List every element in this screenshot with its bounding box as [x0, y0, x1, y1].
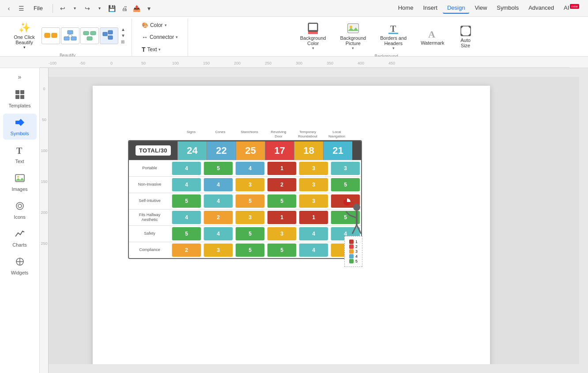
- header-score-roundabout: 18: [294, 141, 323, 160]
- redo-button[interactable]: ↪: [83, 4, 92, 13]
- svg-rect-39: [15, 90, 19, 94]
- beautify-style-2[interactable]: [61, 27, 79, 44]
- svg-text:A: A: [428, 29, 435, 40]
- svg-rect-10: [103, 32, 107, 36]
- watermark-icon: A: [426, 27, 439, 40]
- svg-point-49: [18, 204, 22, 208]
- cell-hallway-cones: 2: [204, 211, 233, 224]
- format-items: 🎨 Color ▾ ↔ Connector ▾ T Text ▾: [139, 20, 181, 54]
- color-button[interactable]: 🎨 Color ▾: [139, 21, 181, 30]
- bg-picture-icon: [347, 22, 360, 35]
- header-score-signs: 24: [177, 141, 207, 160]
- cell-compliance-signs: 2: [172, 244, 201, 257]
- sidebar-item-text[interactable]: T Text: [3, 141, 37, 167]
- beautify-style-3[interactable]: [80, 27, 99, 44]
- svg-text:300: 300: [296, 61, 302, 65]
- beautify-style-1[interactable]: [41, 27, 60, 44]
- more-button[interactable]: ▾: [145, 4, 154, 13]
- save-button[interactable]: 💾: [108, 4, 117, 13]
- cell-noninvasive-signs: 4: [172, 178, 201, 191]
- beautify-icon: ✨: [19, 22, 30, 34]
- expand-button[interactable]: ⊞: [121, 39, 125, 45]
- nav-symbols[interactable]: Symbols: [492, 3, 523, 14]
- export-button[interactable]: 📤: [132, 4, 141, 13]
- color-dropdown-arrow: ▾: [165, 23, 167, 27]
- legend-item-2: 2: [349, 244, 358, 249]
- expand-sidebar-button[interactable]: »: [16, 72, 23, 82]
- redo-dropdown[interactable]: ▾: [95, 4, 104, 13]
- svg-text:400: 400: [358, 61, 364, 65]
- nav-view[interactable]: View: [470, 3, 491, 14]
- autosize-button[interactable]: Auto Size: [455, 23, 476, 50]
- undo-button[interactable]: ↩: [58, 4, 67, 13]
- style3-icon: [83, 30, 97, 42]
- beautify-styles-row1: [41, 27, 118, 44]
- sidebar-item-icons[interactable]: Icons: [3, 197, 37, 223]
- col-header-cones: Cones: [206, 130, 235, 138]
- column-headers: Signs Cones Stanchions RevolvingDoor Tem…: [177, 130, 362, 138]
- text-format-button[interactable]: T Text ▾: [139, 45, 181, 54]
- bg-picture-button[interactable]: Background Picture ▾: [336, 20, 369, 52]
- beautify-style-4[interactable]: [100, 27, 118, 44]
- nav-advanced[interactable]: Advanced: [524, 3, 558, 14]
- legend-label-3: 3: [355, 249, 358, 254]
- row-label-compliance: Compliance: [129, 246, 170, 255]
- one-click-beautify-button[interactable]: ✨ One Click Beautify ▾: [9, 20, 40, 51]
- menu-icon[interactable]: ☰: [17, 4, 26, 13]
- text-format-icon: T: [142, 46, 146, 53]
- sidebar-item-widgets[interactable]: Widgets: [3, 253, 37, 279]
- nav-ai[interactable]: AInew: [559, 3, 584, 14]
- canvas-area[interactable]: 0 50 100 150 200 250 Signs Cones Stanchi…: [40, 68, 588, 373]
- row-label-portable: Portable: [129, 164, 170, 173]
- autosize-icon: [459, 24, 472, 38]
- bg-color-button[interactable]: Background Color ▾: [297, 20, 330, 52]
- one-click-dropdown[interactable]: ▾: [23, 45, 26, 49]
- cell-safety-stanchions: 5: [235, 227, 264, 240]
- print-button[interactable]: 🖨: [120, 4, 129, 13]
- ruler-bar: -100 -50 0 50 100 150 200 250 300 350 40…: [0, 57, 588, 68]
- sidebar-item-charts[interactable]: Charts: [3, 225, 37, 251]
- scroll-down-button[interactable]: ▼: [121, 33, 125, 38]
- undo-dropdown[interactable]: ▾: [71, 4, 79, 13]
- header-score-stanchions: 25: [236, 141, 265, 160]
- svg-text:50: 50: [42, 118, 46, 122]
- sidebar-item-templates[interactable]: Templates: [3, 86, 37, 112]
- legend-label-4: 4: [355, 254, 358, 259]
- svg-point-48: [16, 202, 23, 209]
- cell-compliance-stanchions: 5: [235, 244, 264, 257]
- watermark-label: Watermark: [421, 40, 444, 46]
- images-icon: [15, 173, 25, 186]
- svg-text:450: 450: [388, 61, 395, 65]
- header-score-cones: 22: [207, 141, 236, 160]
- diagram-page: Signs Cones Stanchions RevolvingDoor Tem…: [93, 86, 490, 364]
- templates-icon: [15, 89, 25, 102]
- svg-rect-9: [87, 37, 92, 40]
- sidebar-item-symbols[interactable]: Symbols: [3, 114, 37, 140]
- scroll-up-button[interactable]: ▲: [121, 27, 125, 32]
- svg-rect-42: [20, 95, 24, 99]
- nav-design[interactable]: Design: [443, 3, 469, 14]
- text-icon: T: [15, 145, 25, 158]
- watermark-button[interactable]: A Watermark: [417, 25, 448, 47]
- svg-point-60: [353, 204, 360, 211]
- connector-dropdown-arrow: ▾: [176, 35, 178, 39]
- widgets-label: Widgets: [11, 270, 29, 275]
- back-button[interactable]: ‹: [4, 4, 13, 13]
- nav-menu: Home Insert Design View Symbols Advanced…: [394, 3, 584, 14]
- connector-button[interactable]: ↔ Connector ▾: [139, 32, 181, 42]
- cell-portable-stanchions: 4: [235, 162, 264, 175]
- bg-color-label: Background Color: [300, 35, 326, 46]
- file-menu[interactable]: File: [29, 3, 47, 13]
- canvas-background[interactable]: Signs Cones Stanchions RevolvingDoor Tem…: [49, 77, 579, 364]
- sidebar-item-images[interactable]: Images: [3, 169, 37, 195]
- nav-home[interactable]: Home: [394, 3, 418, 14]
- one-click-label: One Click Beautify: [14, 34, 35, 45]
- svg-line-62: [350, 215, 357, 218]
- svg-text:100: 100: [172, 61, 179, 65]
- borders-button[interactable]: T Borders and Headers ▾: [377, 20, 410, 52]
- svg-rect-3: [64, 37, 69, 40]
- svg-text:100: 100: [41, 148, 47, 153]
- svg-text:0: 0: [43, 87, 45, 91]
- nav-insert[interactable]: Insert: [418, 3, 442, 14]
- cell-hallway-stanchions: 3: [235, 211, 264, 224]
